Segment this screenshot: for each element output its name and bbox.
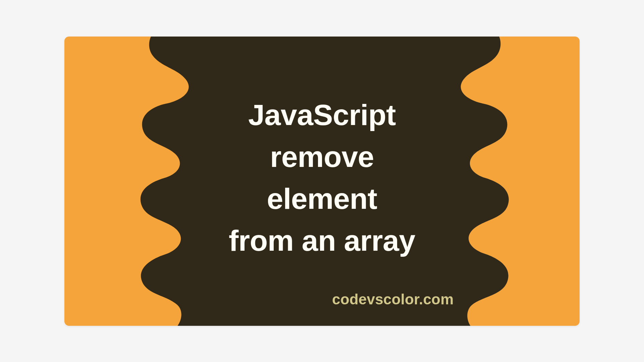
title-line-1: JavaScript bbox=[229, 94, 415, 136]
title-line-3: element bbox=[229, 178, 415, 220]
title-line-2: remove bbox=[229, 136, 415, 178]
title: JavaScript remove element from an array bbox=[229, 94, 415, 262]
canvas-stage: JavaScript remove element from an array … bbox=[0, 0, 644, 362]
featured-card: JavaScript remove element from an array … bbox=[64, 37, 580, 326]
site-attribution: codevscolor.com bbox=[332, 291, 453, 308]
title-line-4: from an array bbox=[229, 220, 415, 262]
